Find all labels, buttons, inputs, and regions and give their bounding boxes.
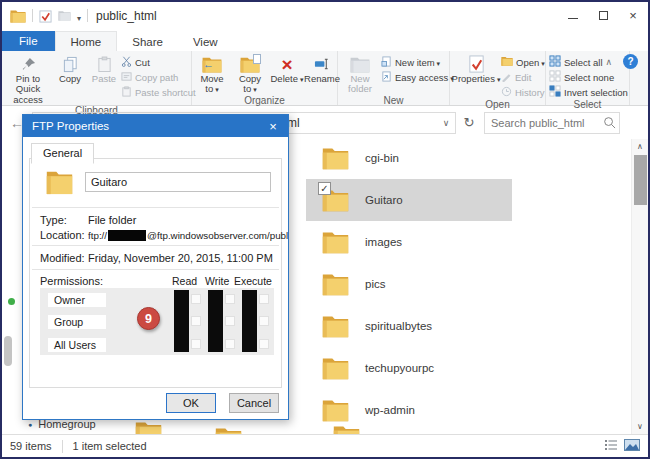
rename-button[interactable]: Rename bbox=[305, 53, 339, 84]
cut-button[interactable]: Cut bbox=[121, 55, 191, 69]
minimize-icon bbox=[568, 18, 578, 19]
permission-checkbox[interactable] bbox=[225, 294, 235, 304]
location-row: Location: ftp:// @ftp.windowsobserver.co… bbox=[40, 229, 289, 241]
divider bbox=[32, 9, 33, 22]
properties-button[interactable]: Properties bbox=[451, 53, 501, 84]
delete-button[interactable]: × Delete bbox=[269, 53, 305, 84]
list-item[interactable]: spiritualbytes bbox=[306, 305, 512, 347]
permission-checkbox[interactable] bbox=[191, 339, 201, 349]
list-item[interactable]: cgi-bin bbox=[306, 139, 512, 179]
dialog-title-bar: FTP Properties × bbox=[23, 115, 288, 137]
permission-checkbox[interactable] bbox=[191, 316, 201, 326]
properties-qat-icon[interactable] bbox=[39, 9, 52, 22]
selection-count: 1 item selected bbox=[73, 440, 147, 452]
item-count: 59 items bbox=[10, 440, 52, 452]
folder-icon bbox=[322, 398, 349, 422]
list-item[interactable]: pics bbox=[306, 263, 512, 305]
easy-access-button[interactable]: Easy access bbox=[381, 70, 447, 84]
help-icon[interactable]: ? bbox=[623, 54, 638, 69]
pin-icon bbox=[21, 54, 36, 74]
select-none-button[interactable]: Select none bbox=[549, 70, 627, 84]
new-item-button[interactable]: New item bbox=[381, 55, 447, 69]
folder-name-input[interactable] bbox=[85, 172, 271, 192]
scrollbar-thumb[interactable] bbox=[634, 155, 647, 205]
open-button[interactable]: Open bbox=[501, 55, 545, 69]
folder-icon bbox=[46, 169, 73, 195]
dialog-close-button[interactable]: × bbox=[258, 119, 288, 134]
invert-selection-button[interactable]: Invert selection bbox=[549, 85, 627, 99]
group-label-organize: Organize bbox=[192, 95, 337, 107]
permission-checkbox[interactable] bbox=[225, 316, 235, 326]
column-header-read: Read bbox=[172, 275, 197, 287]
ribbon-group-open: Properties Open Edit History bbox=[450, 51, 546, 105]
qat-dropdown-icon[interactable] bbox=[77, 7, 81, 25]
folder-icon bbox=[322, 230, 349, 254]
thumbnail-view-icon[interactable] bbox=[624, 439, 640, 453]
tab-general[interactable]: General bbox=[31, 143, 94, 164]
permission-checkbox[interactable] bbox=[259, 316, 269, 326]
address-dropdown-icon[interactable]: ∨ bbox=[437, 118, 455, 128]
divider bbox=[32, 269, 279, 270]
paste-shortcut-button[interactable]: Paste shortcut bbox=[121, 85, 191, 99]
divider bbox=[87, 9, 88, 22]
tab-file[interactable]: File bbox=[2, 31, 55, 51]
delete-icon: × bbox=[281, 54, 292, 74]
copy-path-button[interactable]: Copy path bbox=[121, 70, 191, 84]
copy-icon bbox=[62, 54, 79, 74]
permission-checkbox[interactable] bbox=[191, 294, 201, 304]
folder-icon bbox=[322, 272, 349, 296]
partial-folder-icon bbox=[333, 424, 360, 434]
refresh-button[interactable]: ↻ bbox=[456, 115, 482, 130]
cancel-button[interactable]: Cancel bbox=[229, 393, 279, 413]
tab-share[interactable]: Share bbox=[117, 32, 178, 51]
tab-home[interactable]: Home bbox=[55, 31, 118, 51]
list-item[interactable]: techupyourpc bbox=[306, 347, 512, 389]
copy-to-icon bbox=[240, 54, 260, 74]
new-folder-icon bbox=[350, 54, 370, 74]
paste-button[interactable]: Paste bbox=[87, 53, 121, 84]
divider bbox=[62, 440, 63, 453]
ok-button[interactable]: OK bbox=[166, 393, 216, 413]
vertical-scrollbar[interactable]: ∧ ∨ bbox=[631, 139, 648, 434]
column-header-execute: Execute bbox=[234, 275, 272, 287]
homegroup-icon: ● bbox=[28, 421, 32, 428]
move-to-button[interactable]: ← Move to bbox=[193, 53, 231, 95]
new-folder-qat-icon[interactable] bbox=[58, 10, 71, 21]
invert-selection-icon bbox=[549, 85, 561, 99]
close-button[interactable]: × bbox=[618, 2, 648, 29]
status-bar: 59 items 1 item selected bbox=[2, 434, 648, 457]
permission-checkbox[interactable] bbox=[259, 339, 269, 349]
copy-to-button[interactable]: Copy to bbox=[231, 53, 269, 95]
new-folder-button[interactable]: New folder bbox=[339, 53, 381, 95]
redaction-bar bbox=[208, 290, 223, 352]
partial-folder-icon bbox=[135, 420, 162, 434]
copy-button[interactable]: Copy bbox=[53, 53, 87, 84]
pin-to-quick-access-button[interactable]: Pin to Quick access bbox=[3, 53, 53, 105]
redaction-bar bbox=[174, 290, 189, 352]
search-icon[interactable] bbox=[599, 116, 619, 129]
divider bbox=[32, 207, 279, 208]
copy-path-icon bbox=[121, 71, 132, 84]
permission-checkbox[interactable] bbox=[225, 339, 235, 349]
edit-button[interactable]: Edit bbox=[501, 70, 545, 84]
search-input[interactable] bbox=[485, 117, 599, 129]
scroll-down-icon[interactable]: ∨ bbox=[632, 419, 648, 434]
scroll-up-icon[interactable]: ∧ bbox=[632, 139, 648, 154]
ftp-properties-dialog: FTP Properties × General Type: File fold… bbox=[22, 114, 289, 420]
folder-icon bbox=[10, 9, 26, 23]
minimize-button[interactable] bbox=[558, 2, 588, 29]
list-item-selected[interactable]: ✓ Guitaro bbox=[306, 179, 512, 221]
permission-checkbox[interactable] bbox=[259, 294, 269, 304]
folder-icon bbox=[322, 146, 349, 170]
permissions-label: Permissions: bbox=[40, 275, 103, 287]
collapse-ribbon-icon[interactable]: ∧ bbox=[605, 57, 612, 67]
item-checkbox[interactable]: ✓ bbox=[318, 182, 331, 195]
permission-row-all-users: All Users bbox=[48, 338, 106, 352]
history-button[interactable]: History bbox=[501, 85, 545, 99]
ribbon-group-new: New folder New item Easy access New bbox=[338, 51, 450, 105]
maximize-button[interactable] bbox=[588, 2, 618, 29]
details-view-icon[interactable] bbox=[604, 439, 618, 453]
list-item[interactable]: images bbox=[306, 221, 512, 263]
nav-scrollbar-thumb[interactable] bbox=[4, 336, 12, 366]
tab-view[interactable]: View bbox=[178, 32, 233, 51]
